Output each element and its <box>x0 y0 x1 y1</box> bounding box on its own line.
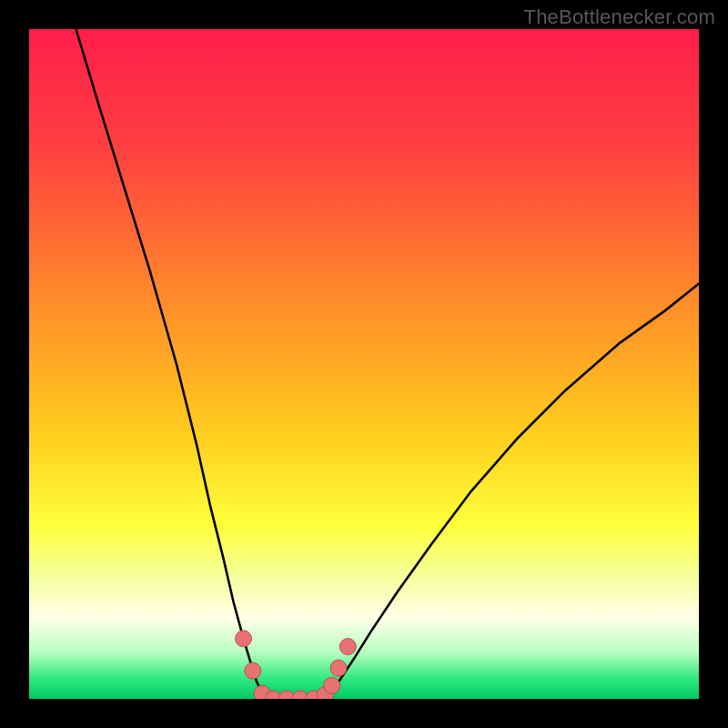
data-marker <box>245 662 261 679</box>
watermark-text: TheBottlenecker.com <box>524 5 715 29</box>
plot-area <box>29 29 699 699</box>
chart-frame: TheBottlenecker.com <box>0 0 728 728</box>
gradient-background <box>29 29 699 699</box>
data-marker <box>330 660 347 676</box>
data-marker <box>339 639 356 655</box>
data-marker <box>236 631 252 647</box>
data-marker <box>324 677 340 693</box>
chart-svg <box>29 29 699 699</box>
